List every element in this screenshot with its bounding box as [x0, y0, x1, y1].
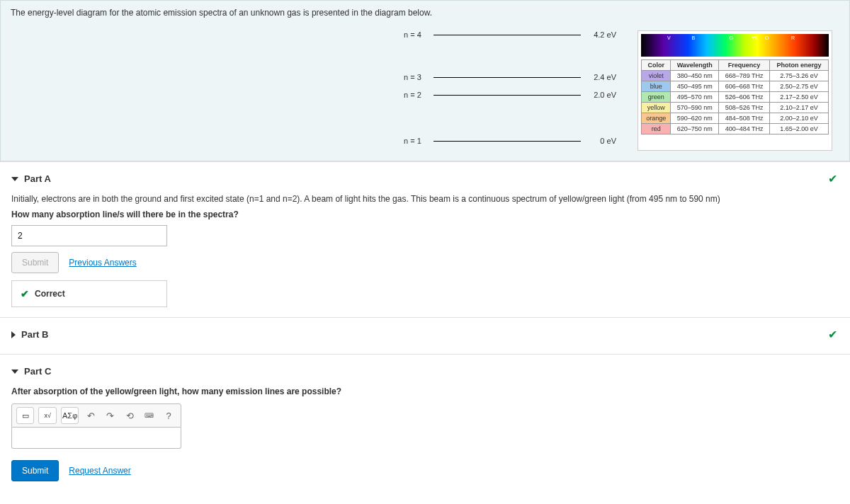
redo-icon[interactable]: ↷: [103, 408, 118, 423]
energy-level-diagram: n = 44.2 eV n = 32.4 eV n = 22.0 eV n = …: [404, 30, 616, 151]
part-a: Part A ✔ Initially, electrons are in bot…: [0, 161, 850, 317]
color-table: Color Wavelength Frequency Photon energy…: [641, 59, 829, 134]
level-label: n = 1: [404, 137, 434, 145]
part-b-title: Part B: [21, 329, 48, 340]
level-label: n = 4: [404, 30, 434, 39]
submit-button[interactable]: Submit: [11, 252, 59, 273]
caret-down-icon: [11, 370, 18, 374]
level-energy: 2.4 eV: [581, 73, 616, 81]
part-c-header[interactable]: Part C: [11, 362, 839, 381]
level-label: n = 2: [404, 91, 434, 99]
question-intro: The energy-level diagram for the atomic …: [0, 0, 850, 161]
part-b: Part B ✔: [0, 317, 850, 354]
caret-right-icon: [11, 331, 16, 338]
formula-toolbar: ▭ x√ ΑΣφ ↶ ↷ ⟲ ⌨ ?: [11, 403, 181, 428]
part-c-answer-input[interactable]: [11, 428, 181, 449]
part-b-header[interactable]: Part B: [11, 325, 839, 344]
template-icon[interactable]: ▭: [16, 407, 34, 424]
greek-symbols-button[interactable]: ΑΣφ: [61, 407, 79, 424]
keyboard-icon[interactable]: ⌨: [142, 408, 157, 423]
check-icon: ✔: [828, 328, 837, 341]
request-answer-link[interactable]: Request Answer: [69, 466, 130, 476]
caret-down-icon: [11, 177, 18, 181]
level-energy: 4.2 eV: [581, 30, 616, 39]
part-a-title: Part A: [24, 173, 51, 184]
fraction-icon[interactable]: x√: [38, 407, 56, 424]
intro-text: The energy-level diagram for the atomic …: [11, 8, 839, 18]
part-c-question: After absorption of the yellow/green lig…: [11, 386, 839, 396]
reset-icon[interactable]: ⟲: [122, 408, 137, 423]
part-a-answer-input[interactable]: [11, 225, 167, 246]
level-energy: 2.0 eV: [581, 91, 616, 99]
spectrum-reference: V B G YE O R Color Wavelength Frequency …: [638, 30, 832, 151]
previous-answers-link[interactable]: Previous Answers: [69, 258, 136, 268]
correct-feedback: ✔ Correct: [11, 280, 167, 307]
part-a-question-2: How many absorption line/s will there be…: [11, 210, 839, 219]
help-icon[interactable]: ?: [161, 408, 176, 423]
part-a-header[interactable]: Part A: [11, 169, 839, 188]
check-icon: ✔: [21, 288, 29, 299]
part-a-question-1: Initially, electrons are in both the gro…: [11, 194, 839, 204]
level-energy: 0 eV: [581, 137, 616, 145]
part-c: Part C After absorption of the yellow/gr…: [0, 354, 850, 496]
visible-spectrum-bar: V B G YE O R: [641, 34, 829, 57]
check-icon: ✔: [828, 172, 837, 185]
level-label: n = 3: [404, 73, 434, 81]
undo-icon[interactable]: ↶: [83, 408, 98, 423]
part-c-title: Part C: [24, 366, 51, 377]
correct-label: Correct: [35, 289, 65, 299]
submit-button[interactable]: Submit: [11, 460, 59, 481]
